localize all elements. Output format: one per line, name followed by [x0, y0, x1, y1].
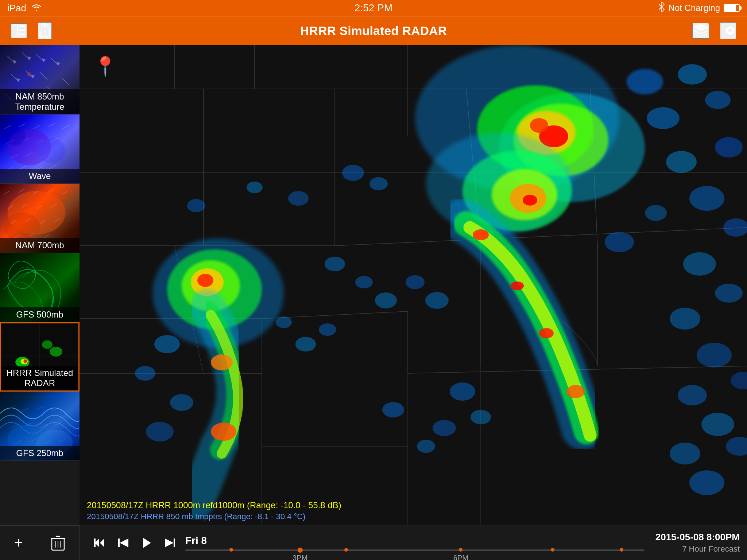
timeline-marker-5	[620, 548, 623, 552]
svg-line-45	[18, 189, 24, 193]
svg-point-119	[473, 229, 489, 240]
svg-line-74	[36, 406, 44, 410]
sidebar-item-wave[interactable]: Wave	[0, 114, 80, 184]
svg-point-164	[382, 402, 404, 417]
sidebar-item-nam700[interactable]: NAM 700mb	[0, 184, 80, 253]
info-line-2: 20150508/17Z HRRR 850 mb tmpptrs (Range:…	[87, 512, 341, 521]
sidebar-item-gfs250[interactable]: GFS 250mb	[0, 392, 80, 461]
delete-layer-button[interactable]	[44, 531, 72, 555]
svg-point-128	[211, 354, 233, 370]
svg-point-163	[417, 440, 435, 453]
svg-line-58	[29, 233, 35, 236]
sidebar-item-label-wave: Wave	[0, 169, 80, 183]
svg-point-142	[670, 308, 700, 330]
forecast-info: 2015-05-08 8:00PM 7 Hour Forecast	[655, 530, 747, 555]
svg-marker-9	[42, 59, 45, 62]
sidebar-item-nam850[interactable]: NAM 850mbTemperature	[0, 45, 80, 114]
svg-line-82	[44, 440, 51, 444]
sidebar-item-label-gfs500: GFS 500mb	[0, 307, 80, 322]
svg-point-67	[23, 359, 27, 363]
svg-point-153	[247, 182, 263, 193]
svg-rect-0	[12, 24, 18, 36]
svg-marker-180	[100, 538, 104, 547]
map-info-overlay: 20150508/17Z HRRR 1000m refd1000m (Range…	[87, 500, 341, 521]
svg-line-53	[11, 220, 16, 223]
svg-line-6	[22, 52, 29, 60]
play-button[interactable]	[135, 537, 158, 549]
previous-frame-button[interactable]	[112, 537, 135, 549]
wifi-icon	[31, 3, 42, 14]
svg-point-166	[135, 366, 155, 381]
timeline-marker-4	[551, 548, 554, 552]
svg-line-55	[40, 220, 46, 223]
share-button[interactable]	[38, 22, 52, 39]
svg-point-145	[678, 385, 707, 405]
svg-line-79	[55, 423, 62, 426]
location-pin: 📍	[93, 55, 117, 78]
svg-line-75	[51, 408, 58, 412]
bottom-bar: +	[0, 525, 747, 560]
sidebar-item-hrrr[interactable]: HRRR Simulated RADAR	[0, 322, 80, 392]
svg-point-132	[705, 91, 731, 109]
layers-button[interactable]	[692, 23, 709, 39]
svg-point-134	[715, 137, 743, 158]
svg-point-165	[154, 335, 180, 353]
svg-line-44	[4, 191, 9, 195]
sidebar-toggle-button[interactable]	[11, 23, 27, 38]
forecast-label: 7 Hour Forecast	[655, 544, 740, 555]
svg-line-4	[7, 56, 15, 63]
toolbar-title: HRRR Simulated RADAR	[300, 24, 447, 38]
svg-line-50	[22, 204, 27, 207]
svg-line-73	[22, 408, 29, 412]
svg-marker-7	[28, 57, 31, 60]
svg-line-12	[11, 74, 18, 82]
svg-marker-5	[13, 61, 16, 63]
timeline-position-indicator	[298, 548, 303, 553]
svg-line-80	[15, 440, 22, 444]
svg-point-144	[731, 372, 747, 389]
timeline-area[interactable]: Fri 8 3PM 6PM	[182, 525, 648, 560]
svg-marker-183	[143, 538, 151, 548]
svg-point-136	[689, 186, 724, 211]
svg-point-154	[187, 199, 205, 212]
svg-point-69	[50, 347, 62, 357]
svg-point-152	[288, 191, 309, 206]
svg-point-169	[276, 316, 292, 328]
device-label: iPad	[7, 3, 26, 14]
next-frame-button[interactable]	[158, 537, 182, 549]
svg-point-157	[375, 292, 397, 308]
svg-rect-185	[174, 538, 175, 547]
svg-line-78	[40, 424, 47, 428]
svg-marker-13	[17, 79, 20, 82]
svg-point-22	[27, 73, 31, 76]
svg-rect-1	[19, 26, 26, 27]
add-layer-button[interactable]: +	[7, 530, 31, 555]
svg-point-170	[295, 337, 316, 351]
forecast-date: 2015-05-08 8:00PM	[655, 530, 740, 544]
sidebar-item-label-nam850: NAM 850mbTemperature	[0, 89, 80, 114]
svg-line-76	[11, 424, 18, 428]
svg-point-129	[211, 423, 236, 441]
bottom-playback-controls: Fri 8 3PM 6PM	[80, 525, 655, 560]
svg-point-61	[36, 269, 66, 295]
timeline-label-3pm: 3PM	[293, 554, 307, 560]
svg-point-155	[325, 257, 345, 271]
timeline-marker-2	[344, 548, 348, 552]
svg-line-21	[62, 78, 69, 85]
svg-line-59	[44, 234, 49, 238]
svg-point-140	[683, 252, 716, 276]
timeline-track[interactable]: 3PM 6PM	[185, 549, 645, 551]
svg-point-135	[666, 151, 697, 173]
svg-point-151	[369, 177, 388, 190]
svg-point-159	[425, 292, 449, 309]
svg-point-150	[342, 165, 364, 181]
svg-point-168	[146, 422, 174, 442]
svg-line-8	[36, 54, 44, 62]
map-area[interactable]: 📍 20150508/17Z HRRR 1000m refd1000m (Ran…	[80, 45, 747, 525]
svg-line-72	[7, 406, 15, 410]
settings-button[interactable]	[720, 22, 736, 39]
svg-marker-181	[120, 538, 128, 547]
sidebar-item-gfs500[interactable]: GFS 500mb	[0, 253, 80, 322]
skip-to-start-button[interactable]	[87, 537, 112, 549]
sidebar-item-label-gfs250: GFS 250mb	[0, 446, 80, 460]
